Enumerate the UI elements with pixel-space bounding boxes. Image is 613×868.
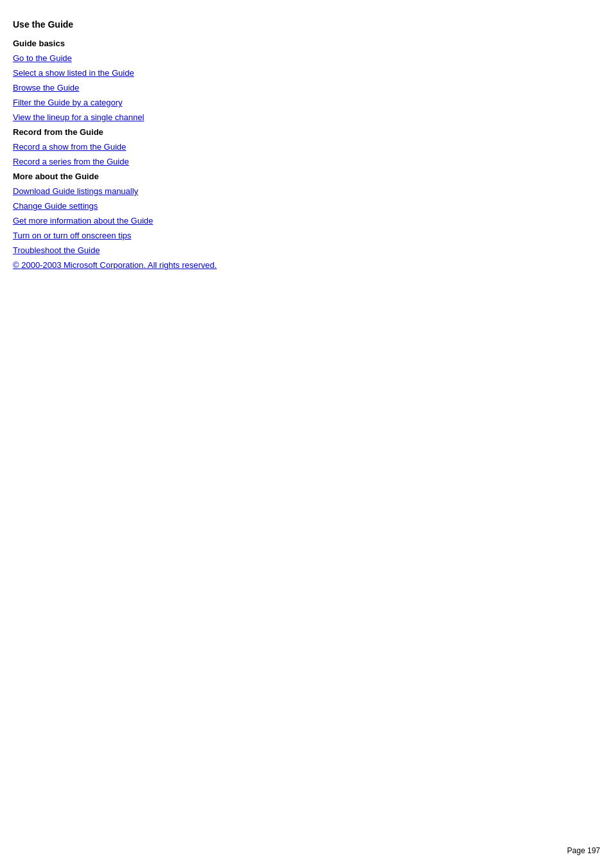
section-record-from-guide: Record from the Guide Record a show from… bbox=[13, 127, 437, 166]
page-title: Use the Guide bbox=[13, 19, 437, 30]
link-troubleshoot[interactable]: Troubleshoot the Guide bbox=[13, 245, 437, 255]
link-view-lineup[interactable]: View the lineup for a single channel bbox=[13, 112, 437, 122]
link-browse-guide[interactable]: Browse the Guide bbox=[13, 83, 437, 93]
section-links-guide-basics: Go to the Guide Select a show listed in … bbox=[13, 53, 437, 122]
section-heading-guide-basics: Guide basics bbox=[13, 39, 437, 48]
copyright-link[interactable]: © 2000-2003 Microsoft Corporation. All r… bbox=[13, 260, 437, 270]
section-links-more-about-guide: Download Guide listings manually Change … bbox=[13, 186, 437, 255]
link-get-info[interactable]: Get more information about the Guide bbox=[13, 216, 437, 226]
link-change-settings[interactable]: Change Guide settings bbox=[13, 201, 437, 211]
link-turn-on-off-tips[interactable]: Turn on or turn off onscreen tips bbox=[13, 231, 437, 240]
section-heading-record-from-guide: Record from the Guide bbox=[13, 127, 437, 137]
link-download-listings[interactable]: Download Guide listings manually bbox=[13, 186, 437, 196]
link-record-show[interactable]: Record a show from the Guide bbox=[13, 142, 437, 152]
section-guide-basics: Guide basics Go to the Guide Select a sh… bbox=[13, 39, 437, 122]
main-content: Use the Guide Guide basics Go to the Gui… bbox=[0, 0, 450, 296]
section-links-record-from-guide: Record a show from the Guide Record a se… bbox=[13, 142, 437, 166]
link-go-to-guide[interactable]: Go to the Guide bbox=[13, 53, 437, 63]
link-select-show[interactable]: Select a show listed in the Guide bbox=[13, 68, 437, 78]
link-filter-guide[interactable]: Filter the Guide by a category bbox=[13, 98, 437, 107]
link-record-series[interactable]: Record a series from the Guide bbox=[13, 157, 437, 166]
section-more-about-guide: More about the Guide Download Guide list… bbox=[13, 172, 437, 255]
section-heading-more-about-guide: More about the Guide bbox=[13, 172, 437, 181]
page-number: Page 197 bbox=[567, 846, 600, 855]
